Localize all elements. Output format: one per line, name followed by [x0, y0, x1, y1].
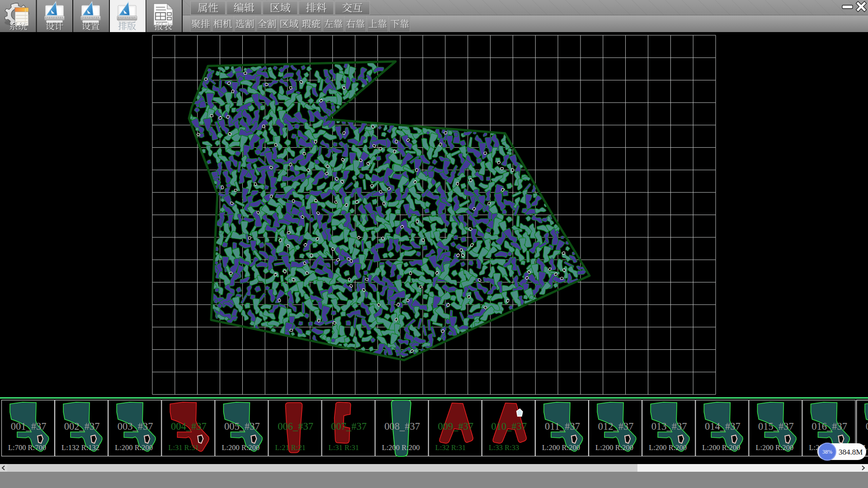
- svg-text:017_#37: 017_#37: [866, 421, 868, 432]
- svg-text:012_#37: 012_#37: [598, 421, 634, 432]
- svg-text:004_#37: 004_#37: [171, 421, 207, 432]
- svg-text:015_#37: 015_#37: [758, 421, 794, 432]
- svg-text:384.8M: 384.8M: [839, 448, 863, 456]
- svg-text:L:33 R:33: L:33 R:33: [489, 443, 519, 452]
- svg-text:010_#37: 010_#37: [491, 421, 527, 432]
- svg-text:L:200 R:200: L:200 R:200: [595, 443, 633, 452]
- svg-text:L:200 R:200: L:200 R:200: [755, 443, 793, 452]
- svg-text:005_#37: 005_#37: [224, 421, 260, 432]
- svg-text:L:200 R:200: L:200 R:200: [382, 443, 420, 452]
- svg-text:013_#37: 013_#37: [651, 421, 687, 432]
- svg-text:014_#37: 014_#37: [705, 421, 741, 432]
- svg-text:L:31 R:31: L:31 R:31: [168, 443, 198, 452]
- svg-text:011_#37: 011_#37: [545, 421, 580, 432]
- svg-text:001_#37: 001_#37: [11, 421, 47, 432]
- svg-text:003_#37: 003_#37: [118, 421, 153, 432]
- svg-text:L:132 R:132: L:132 R:132: [61, 443, 99, 452]
- svg-text:L:200 R:200: L:200 R:200: [649, 443, 687, 452]
- svg-text:L:32 R:31: L:32 R:31: [435, 443, 466, 452]
- svg-text:007_#37: 007_#37: [331, 421, 367, 432]
- svg-text:L:200 R:200: L:200 R:200: [542, 443, 580, 452]
- svg-text:38%: 38%: [822, 449, 832, 455]
- svg-text:L:200 R:200: L:200 R:200: [115, 443, 153, 452]
- svg-text:L:21 R:21: L:21 R:21: [275, 443, 306, 452]
- svg-text:L:200 R:200: L:200 R:200: [702, 443, 740, 452]
- svg-text:L:200 R:200: L:200 R:200: [222, 443, 259, 452]
- svg-text:002_#37: 002_#37: [64, 421, 100, 432]
- svg-text:016_#37: 016_#37: [811, 421, 847, 432]
- svg-text:006_#37: 006_#37: [278, 421, 313, 432]
- svg-text:008_#37: 008_#37: [384, 421, 420, 432]
- svg-text:L:700 R:700: L:700 R:700: [8, 443, 46, 452]
- svg-text:009_#37: 009_#37: [438, 421, 473, 432]
- svg-text:L:31 R:31: L:31 R:31: [329, 443, 359, 452]
